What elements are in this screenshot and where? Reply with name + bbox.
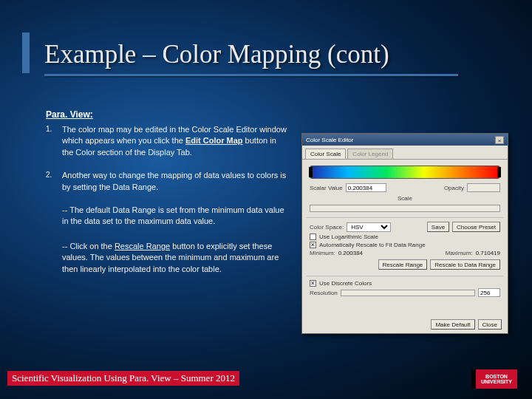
footer-banner: Scientific Visualization Using Para. Vie… (7, 371, 239, 386)
item-text: The color map may be edited in the Color… (62, 124, 290, 158)
scale-label: Scale (398, 195, 412, 202)
color-spectrum[interactable] (310, 166, 500, 179)
log-scale-checkbox[interactable] (310, 233, 316, 240)
paraview-heading: Para. View: (46, 109, 93, 120)
subparagraph: -- Click on the Rescale Range button to … (62, 241, 290, 275)
make-default-button[interactable]: Make Default (431, 319, 474, 330)
scalar-value-input[interactable] (346, 183, 386, 192)
list-item: 1. The color map may be edited in the Co… (46, 124, 290, 158)
rescale-to-data-button[interactable]: Rescale to Data Range (430, 259, 500, 270)
minimum-value: 0.200384 (338, 250, 383, 256)
close-button[interactable]: Close (478, 319, 502, 330)
opacity-label: Opacity (444, 185, 464, 191)
minimum-label: Minimum: (310, 250, 335, 256)
resolution-value[interactable] (478, 288, 500, 297)
dialog-title: Color Scale Editor (306, 137, 353, 143)
scalar-value-label: Scalar Value (310, 185, 343, 191)
title-underline (44, 74, 458, 76)
maximum-value: 0.710419 (476, 250, 500, 256)
slide-title: Example – Color Mapping (cont) (44, 40, 488, 74)
item-number: 1. (46, 124, 62, 158)
close-icon[interactable]: × (495, 136, 504, 144)
save-button[interactable]: Save (427, 222, 449, 232)
item-text: Another way to change the mapping of dat… (62, 170, 290, 193)
colorspace-select[interactable]: HSV (347, 222, 391, 232)
resolution-label: Resolution (310, 290, 338, 296)
color-scale-editor-dialog: Color Scale Editor × Color Scale Color L… (301, 133, 508, 334)
item-number: 2. (46, 170, 62, 193)
content-body: 1. The color map may be edited in the Co… (46, 124, 290, 288)
auto-rescale-label: Automatically Rescale to Fit Data Range (319, 242, 426, 248)
log-scale-label: Use Logarithmic Scale (319, 233, 378, 240)
subparagraph: -- The default Data Range is set from th… (62, 205, 290, 228)
discrete-colors-label: Use Discrete Colors (319, 280, 372, 287)
dialog-titlebar[interactable]: Color Scale Editor × (302, 134, 508, 146)
opacity-input[interactable] (467, 183, 500, 192)
tab-color-scale[interactable]: Color Scale (305, 149, 346, 159)
list-item: 2. Another way to change the mapping of … (46, 170, 290, 193)
title-accent (22, 33, 30, 73)
choose-preset-button[interactable]: Choose Preset (452, 222, 500, 232)
maximum-label: Maximum: (446, 250, 473, 256)
resolution-slider[interactable] (341, 290, 475, 296)
rescale-range-button[interactable]: Rescale Range (378, 259, 428, 270)
boston-university-logo: BOSTON UNIVERSITY (471, 369, 517, 389)
auto-rescale-checkbox[interactable]: ✕ (310, 242, 316, 248)
scale-slider[interactable] (310, 205, 500, 212)
discrete-colors-checkbox[interactable]: ✕ (310, 280, 316, 287)
tab-color-legend[interactable]: Color Legend (347, 149, 393, 159)
colorspace-label: Color Space: (310, 224, 344, 231)
